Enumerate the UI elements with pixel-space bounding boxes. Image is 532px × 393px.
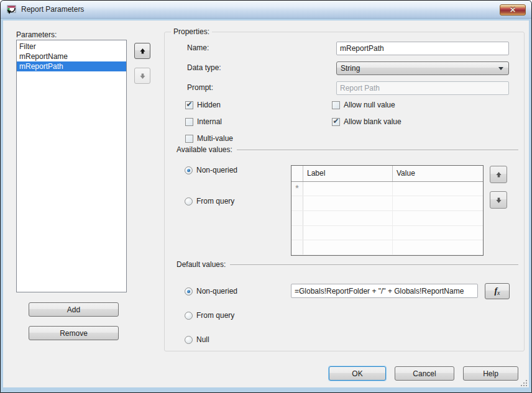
multi-value-checkbox[interactable]: Multi-value (185, 134, 233, 143)
name-input[interactable] (336, 42, 509, 55)
allow-blank-checkbox[interactable]: ✔ Allow blank value (332, 117, 401, 126)
parameters-label: Parameters: (16, 30, 57, 39)
remove-button-label: Remove (60, 329, 88, 338)
default-non-queried-label: Non-queried (196, 287, 237, 296)
internal-checkbox-label: Internal (197, 117, 222, 126)
section-divider (237, 150, 518, 150)
move-parameter-up-button[interactable] (134, 43, 150, 59)
properties-group-label: Properties: (171, 27, 212, 36)
radio-unselected-icon (185, 197, 193, 206)
available-from-query-label: From query (196, 197, 234, 206)
cancel-button-label: Cancel (413, 369, 436, 378)
report-parameters-dialog: Report Parameters ✕ Parameters: Filter m… (0, 0, 532, 393)
window-title: Report Parameters (21, 5, 84, 14)
cancel-button[interactable]: Cancel (395, 366, 454, 381)
available-values-section-header: Available values: (177, 145, 518, 154)
checkbox-checked-icon: ✔ (332, 118, 340, 126)
expression-editor-button[interactable]: fx (485, 283, 510, 299)
grid-cell[interactable] (393, 182, 483, 196)
grid-empty-row (291, 226, 483, 241)
name-label: Name: (187, 43, 209, 52)
hidden-checkbox-label: Hidden (197, 101, 221, 109)
checkbox-checked-icon: ✔ (185, 101, 193, 109)
grid-cell[interactable] (303, 182, 393, 196)
grid-value-column-header[interactable]: Value (393, 166, 483, 181)
checkbox-unchecked-icon (185, 135, 193, 143)
dialog-content: Parameters: Filter mReportName mReportPa… (3, 20, 529, 387)
list-item[interactable]: mReportName (17, 52, 126, 61)
default-from-query-radio[interactable]: From query (185, 311, 234, 320)
grid-header-row: Label Value (291, 166, 483, 182)
available-non-queried-radio[interactable]: Non-queried (185, 166, 237, 174)
data-type-value: String (341, 64, 498, 73)
data-type-label: Data type: (187, 63, 221, 72)
allow-null-checkbox[interactable]: Allow null value (332, 101, 395, 109)
arrow-down-icon (495, 196, 503, 204)
radio-unselected-icon (185, 336, 193, 344)
list-item[interactable]: Filter (17, 42, 126, 52)
default-null-label: Null (196, 335, 209, 344)
arrow-up-icon (495, 171, 503, 179)
resize-grip[interactable] (520, 379, 528, 387)
help-button-label: Help (483, 369, 498, 378)
checkbox-unchecked-icon (332, 101, 340, 109)
ok-button-label: OK (352, 369, 362, 378)
hidden-checkbox[interactable]: ✔ Hidden (185, 101, 221, 109)
parameters-listbox[interactable]: Filter mReportName mReportPath (16, 40, 127, 292)
available-non-queried-label: Non-queried (196, 166, 237, 174)
ok-button[interactable]: OK (329, 366, 386, 381)
checkbox-unchecked-icon (185, 118, 193, 126)
grid-new-row[interactable]: * (291, 182, 483, 197)
title-bar[interactable]: Report Parameters ✕ (1, 1, 531, 19)
internal-checkbox[interactable]: Internal (185, 117, 222, 126)
grid-row-selector: * (291, 182, 303, 196)
default-null-radio[interactable]: Null (185, 335, 209, 344)
radio-selected-icon (185, 166, 193, 174)
multi-value-checkbox-label: Multi-value (197, 134, 233, 143)
chevron-down-icon (498, 67, 503, 70)
prompt-input (336, 81, 509, 95)
prompt-label: Prompt: (187, 83, 213, 92)
move-value-down-button[interactable] (490, 191, 507, 209)
available-values-grid[interactable]: Label Value * (291, 165, 484, 256)
add-button[interactable]: Add (29, 302, 119, 317)
report-parameters-icon (7, 4, 17, 14)
default-values-label: Default values: (177, 260, 226, 269)
allow-blank-checkbox-label: Allow blank value (344, 117, 401, 126)
grid-empty-row (291, 240, 483, 255)
grid-empty-row (291, 196, 483, 211)
available-from-query-radio[interactable]: From query (185, 197, 234, 206)
close-button[interactable]: ✕ (500, 4, 526, 16)
new-row-marker-icon: * (295, 182, 299, 194)
add-button-label: Add (67, 305, 80, 314)
grid-label-column-header[interactable]: Label (303, 166, 393, 181)
move-parameter-down-button[interactable] (134, 68, 150, 84)
section-divider (230, 264, 518, 265)
radio-unselected-icon (185, 312, 193, 320)
allow-null-checkbox-label: Allow null value (344, 101, 395, 109)
default-from-query-label: From query (196, 311, 234, 320)
default-non-queried-radio[interactable]: Non-queried (185, 287, 237, 296)
move-value-up-button[interactable] (490, 166, 507, 183)
grid-row-selector-header (291, 166, 303, 181)
available-values-label: Available values: (177, 145, 232, 154)
grid-empty-row (291, 211, 483, 226)
close-icon: ✕ (510, 6, 516, 14)
arrow-up-icon (139, 47, 147, 55)
default-values-section-header: Default values: (177, 260, 518, 269)
remove-button[interactable]: Remove (29, 326, 119, 340)
radio-selected-icon (185, 287, 193, 296)
default-value-expression-input[interactable] (291, 284, 478, 298)
arrow-down-icon (139, 72, 147, 80)
list-item-selected[interactable]: mReportPath (17, 61, 126, 71)
function-fx-icon: fx (494, 286, 500, 296)
data-type-dropdown[interactable]: String (336, 61, 509, 75)
help-button[interactable]: Help (463, 366, 518, 381)
